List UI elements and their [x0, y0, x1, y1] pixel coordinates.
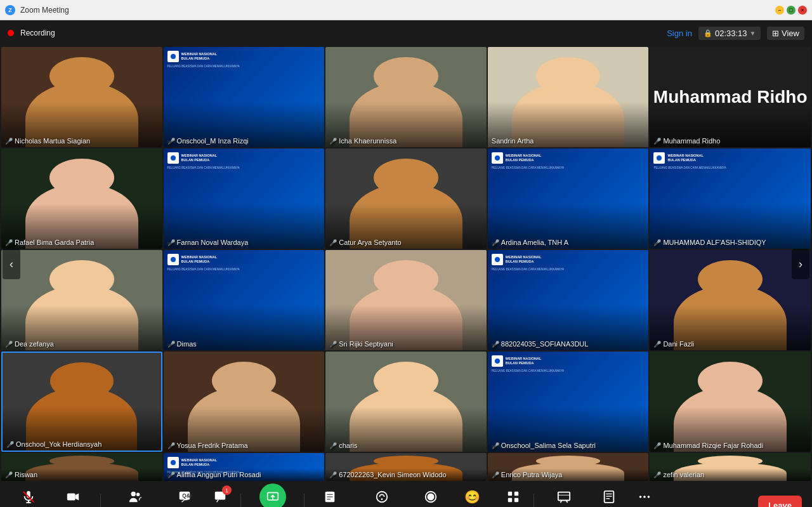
participant-name-label: Sandrin Artha	[492, 137, 534, 145]
participant-name-label: 🎤Nicholas Martua Siagian	[5, 137, 90, 145]
participant-name-label: 🎤Dea zefanya	[5, 340, 54, 348]
muted-icon: 🎤	[5, 471, 13, 478]
svg-rect-20	[508, 492, 512, 496]
participant-name-label: 🎤Yosua Fredrik Pratama	[167, 442, 248, 449]
participants-icon	[126, 488, 144, 506]
participant-name-label: 🎤Muhammad Rizqie Fajar Rohadi	[653, 442, 763, 449]
video-cell[interactable]: 🎤Enrico Putra Wijaya	[488, 453, 649, 481]
summary-button[interactable]: ▲ Summary	[308, 484, 351, 507]
ai-companion-button[interactable]: ▲ AI Companion	[353, 484, 410, 507]
whiteboards-button[interactable]: ▲ Whiteboards	[538, 484, 590, 507]
muted-icon: 🎤	[167, 138, 175, 145]
video-cell[interactable]: 🎤Icha Khaerunnissa	[325, 47, 487, 147]
muted-icon: 🎤	[653, 138, 661, 145]
video-cell[interactable]: WEBINAR NASIONALBULAN PEMUDA PELUANG BEA…	[650, 148, 811, 249]
nav-prev-button[interactable]: ‹	[3, 249, 20, 279]
video-cell[interactable]: 🎤Sri Rijki Septiyani	[325, 250, 487, 350]
qa-icon: Q&A	[176, 488, 193, 506]
participant-name-label: 🎤Onschool_Yok Herdiansyah	[6, 440, 102, 448]
video-cell[interactable]: 🎤Nicholas Martua Siagian	[1, 47, 162, 147]
muted-icon: 🎤	[329, 471, 337, 478]
video-grid: 🎤Nicholas Martua Siagian WEBINAR NASIONA…	[0, 46, 812, 482]
view-button[interactable]: ⊞ View	[767, 27, 804, 40]
video-cell[interactable]: WEBINAR NASIONALBULAN PEMUDA PELUANG BEA…	[488, 250, 649, 350]
chat-button[interactable]: 1 ▲ Chat	[204, 484, 237, 507]
participant-name-label: 🎤Farnan Noval Wardaya	[167, 239, 249, 246]
video-cell[interactable]: Sandrin Artha	[488, 47, 649, 147]
participant-name-label: 🎤Onschool_M Inza Rizqi	[167, 137, 249, 145]
muted-icon: 🎤	[492, 471, 499, 478]
video-cell[interactable]: WEBINAR NASIONALBULAN PEMUDA PELUANG BEA…	[164, 250, 325, 350]
svg-point-18	[427, 494, 434, 501]
video-cell[interactable]: WEBINAR NASIONALBULAN PEMUDA PELUANG BEA…	[488, 148, 649, 249]
video-grid-container: ‹ 🎤Nicholas Martua Siagian WEBINAR NASIO…	[0, 46, 812, 482]
video-cell[interactable]: 🎤Catur Arya Setyanto	[325, 148, 487, 249]
notes-button[interactable]: ▲ Notes	[593, 484, 625, 507]
reactions-button[interactable]: 😊 ▲ Reactions	[450, 484, 494, 507]
share-screen-button[interactable]: ▲ Share Screen	[245, 480, 300, 507]
muted-icon: 🎤	[653, 442, 661, 449]
participant-name-label: 🎤Muhammad Ridho	[653, 137, 720, 145]
video-cell[interactable]: 🎤charis	[325, 352, 487, 452]
mic-icon	[20, 488, 37, 506]
video-cell[interactable]: 🎤Muhammad Rizqie Fajar Rohadi	[650, 352, 811, 452]
video-cell[interactable]: 🎤Yosua Fredrik Pratama	[164, 352, 325, 452]
divider-2	[240, 494, 241, 507]
muted-icon: 🎤	[6, 441, 14, 448]
apps-button[interactable]: ▲ Apps	[497, 484, 530, 507]
record-button[interactable]: ▲ Record	[413, 484, 448, 507]
nav-next-button[interactable]: ›	[792, 249, 809, 279]
stop-video-button[interactable]: ▲ Stop Video	[50, 484, 97, 507]
record-icon	[422, 488, 440, 506]
muted-icon: 🎤	[167, 341, 175, 348]
video-cell[interactable]: WEBINAR NASIONALBULAN PEMUDA PELUANG BEA…	[488, 352, 649, 452]
video-cell[interactable]: 🎤Onschool_Yok Herdiansyah	[1, 352, 162, 452]
muted-icon: 🎤	[653, 471, 661, 478]
svg-rect-28	[605, 491, 614, 503]
window-title: Zoom Meeting	[20, 6, 770, 15]
svg-rect-21	[514, 492, 518, 496]
more-icon	[636, 488, 653, 506]
video-cell[interactable]: 🎤zefin valerian	[650, 453, 811, 481]
video-cell[interactable]: Muhammad Ridho🎤Muhammad Ridho	[650, 47, 811, 147]
close-button[interactable]: ×	[798, 6, 807, 15]
more-button[interactable]: ▲ More	[628, 484, 661, 507]
minimize-button[interactable]: −	[775, 6, 784, 15]
muted-icon: 🎤	[329, 341, 337, 348]
muted-icon: 🎤	[167, 442, 175, 449]
divider-3	[304, 494, 304, 507]
video-cell[interactable]: 🎤Riswan	[1, 453, 162, 481]
participant-name-label: 🎤Icha Khaerunnissa	[329, 137, 396, 145]
participant-name-label: 🎤Dimas	[167, 340, 197, 348]
video-cell[interactable]: WEBINAR NASIONALBULAN PEMUDA PELUANG BEA…	[164, 453, 325, 481]
qa-button[interactable]: Q&A ▲ Q&A	[168, 484, 201, 507]
title-bar: Z Zoom Meeting − □ ×	[0, 0, 812, 20]
video-cell[interactable]: 🎤Rafael Bima Garda Patria	[1, 148, 162, 249]
divider-4	[534, 494, 534, 507]
video-cell[interactable]: 🎤Dani Fazli	[650, 250, 811, 350]
svg-point-6	[131, 492, 136, 496]
leave-button[interactable]: Leave	[758, 496, 802, 508]
unmute-button[interactable]: ▲ Unmute	[10, 484, 48, 507]
maximize-button[interactable]: □	[787, 6, 796, 15]
video-cell[interactable]: WEBINAR NASIONALBULAN PEMUDA PELUANG BEA…	[164, 148, 325, 249]
svg-marker-5	[75, 494, 79, 501]
participant-name-label: 🎤882024035_SOFIANA3DUL	[492, 340, 589, 348]
reactions-icon: 😊	[464, 488, 481, 506]
participants-button[interactable]: ▲ Participants 96	[105, 484, 166, 507]
muted-icon: 🎤	[5, 239, 13, 246]
app-icon: Z	[5, 5, 15, 15]
meeting-timer: 🔒 02:33:13 ▼	[698, 27, 761, 40]
video-cell[interactable]: WEBINAR NASIONALBULAN PEMUDA PELUANG BEA…	[164, 47, 325, 147]
recording-indicator	[8, 30, 14, 36]
participant-name-label: 🎤charis	[329, 442, 357, 449]
share-screen-icon	[259, 484, 286, 507]
participant-name-label: 🎤Alifffia Anggun Putri Rosadi	[167, 471, 261, 478]
muted-icon: 🎤	[492, 341, 499, 348]
muted-icon: 🎤	[5, 341, 13, 348]
video-cell[interactable]: 🎤672022263_Kevin Simeon Widodo	[325, 453, 487, 481]
sign-in-button[interactable]: Sign in	[667, 29, 692, 38]
svg-rect-4	[67, 494, 75, 501]
muted-icon: 🎤	[329, 138, 337, 145]
video-cell[interactable]: 🎤Dea zefanya	[1, 250, 162, 350]
